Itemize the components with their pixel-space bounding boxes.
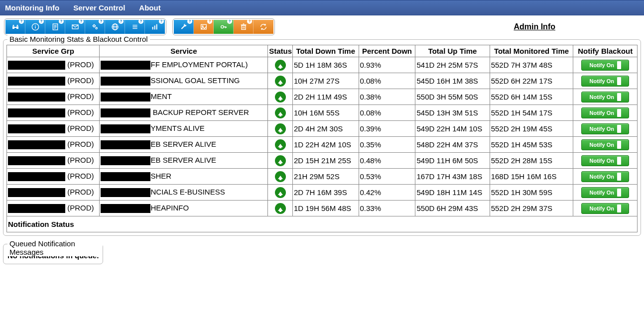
cell-service: BACKUP REPORT SERVER [100, 105, 268, 121]
notify-toggle[interactable]: Notify On [581, 155, 629, 166]
cell-notify: Notify On [573, 169, 638, 185]
cell-service-grp: (PROD) [7, 169, 100, 185]
cell-status [268, 137, 293, 153]
tb-list-button[interactable]: ? [125, 20, 145, 34]
status-up-icon [275, 60, 286, 71]
cell-service-grp: (PROD) [7, 105, 100, 121]
notify-toggle[interactable]: Notify On [581, 139, 629, 150]
grp-suffix: (PROD) [65, 156, 94, 164]
table-row: (PROD)HEAPINFO1D 19H 56M 48S0.33%550D 6H… [7, 201, 638, 216]
cell-status [268, 89, 293, 105]
notify-toggle[interactable]: Notify On [581, 171, 629, 182]
cell-total-monitored: 552D 2H 19M 45S [490, 121, 573, 137]
binoculars-icon [11, 23, 19, 31]
help-badge-icon: ? [59, 19, 64, 24]
tb-info-button[interactable]: ? [25, 20, 45, 34]
grp-suffix: (PROD) [65, 172, 94, 180]
redacted-text [8, 77, 65, 86]
redacted-text [8, 156, 65, 165]
notify-toggle[interactable]: Notify On [581, 60, 629, 71]
menu-about[interactable]: About [139, 3, 160, 12]
col-service: Service [100, 45, 268, 57]
notify-toggle[interactable]: Notify On [581, 123, 629, 134]
tb-chart-button[interactable]: ? [145, 20, 165, 34]
cell-total-up: 550D 6H 29M 43S [415, 201, 490, 216]
cell-total-up: 167D 17H 43M 18S [415, 169, 490, 185]
cell-total-up: 549D 11H 6M 50S [415, 153, 490, 169]
cell-total-down: 10H 27M 27S [292, 73, 359, 89]
cell-status [268, 105, 293, 121]
redacted-text [8, 140, 65, 149]
col-status: Status [268, 45, 293, 57]
help-badge-icon: ? [99, 19, 104, 24]
admin-info-link[interactable]: Admin Info [514, 22, 555, 31]
tb-binoculars-button[interactable]: ? [5, 20, 25, 34]
cell-service-grp: (PROD) [7, 89, 100, 105]
cell-total-monitored: 552D 1H 45M 53S [490, 137, 573, 153]
menu-monitoring-info[interactable]: Monitoring Info [5, 3, 59, 12]
globe-icon [111, 23, 119, 31]
notify-toggle[interactable]: Notify On [581, 107, 629, 118]
image-icon [200, 23, 208, 31]
svg-rect-18 [156, 24, 157, 30]
redacted-text [101, 204, 150, 213]
tb-mail-button[interactable]: ? [65, 20, 85, 34]
svg-rect-16 [152, 27, 153, 29]
notify-toggle[interactable]: Notify On [581, 76, 629, 87]
status-up-icon [275, 123, 286, 134]
mail-icon [71, 23, 79, 31]
cell-percent-down: 0.35% [359, 137, 415, 153]
svg-rect-17 [154, 25, 155, 29]
cell-status [268, 201, 293, 216]
help-badge-icon: ? [79, 19, 84, 24]
help-badge-icon: ? [187, 19, 192, 24]
cell-total-down: 1D 22H 42M 10S [292, 137, 359, 153]
tb-trash-button[interactable]: ? [234, 20, 254, 34]
cell-total-up: 541D 2H 25M 57S [415, 57, 490, 73]
notify-label: Notify On [589, 94, 614, 100]
tb-gears-button[interactable]: ? [85, 20, 105, 34]
redacted-text [8, 61, 65, 70]
toggle-handle [617, 189, 621, 197]
redacted-text [8, 204, 65, 213]
redacted-text [101, 93, 150, 102]
toggle-handle [617, 125, 621, 133]
tb-globe-button[interactable]: ? [105, 20, 125, 34]
tb-document-button[interactable]: ? [45, 20, 65, 34]
help-badge-icon: ? [119, 19, 124, 24]
gears-icon [91, 23, 99, 31]
tb-image-button[interactable]: ? [194, 20, 214, 34]
notify-toggle[interactable]: Notify On [581, 187, 629, 198]
cell-total-down: 2D 7H 16M 39S [292, 185, 359, 201]
cell-percent-down: 0.39% [359, 121, 415, 137]
service-suffix: EB SERVER ALIVE [150, 156, 216, 164]
notify-toggle[interactable]: Notify On [581, 203, 629, 214]
menu-server-control[interactable]: Server Control [73, 3, 125, 12]
toggle-handle [617, 109, 621, 117]
queue-panel-title: Queued Notification Messages [7, 239, 103, 256]
service-suffix: BACKUP REPORT SERVER [150, 108, 249, 116]
cell-service: SSIONAL GOAL SETTING [100, 73, 268, 89]
cell-status [268, 169, 293, 185]
col-total-monitored: Total Monitored Time [490, 45, 573, 57]
cell-total-down: 1D 19H 56M 48S [292, 201, 359, 216]
redacted-text [101, 140, 150, 149]
status-up-icon [275, 187, 286, 198]
cell-notify: Notify On [573, 121, 638, 137]
col-total-down: Total Down Time [292, 45, 359, 57]
queue-panel: Queued Notification Messages No notifica… [3, 244, 103, 264]
cell-notify: Notify On [573, 105, 638, 121]
tb-refresh-button[interactable] [254, 20, 273, 34]
cell-status [268, 153, 293, 169]
help-badge-icon: ? [247, 19, 252, 24]
tb-wrench-button[interactable]: ? [174, 20, 194, 34]
toolbar-group-right: ? ? ? ? [172, 18, 275, 35]
service-suffix: SHER [150, 172, 171, 180]
cell-notify: Notify On [573, 185, 638, 201]
tb-key-button[interactable]: ? [214, 20, 234, 34]
svg-point-21 [221, 25, 223, 28]
help-badge-icon: ? [227, 19, 232, 24]
wrench-icon [180, 23, 188, 31]
cell-service-grp: (PROD) [7, 73, 100, 89]
notify-toggle[interactable]: Notify On [581, 92, 629, 103]
